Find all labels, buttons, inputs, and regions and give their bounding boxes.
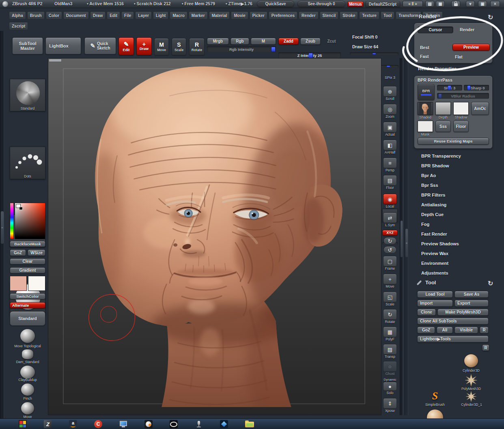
preview-render-button[interactable]: Preview: [452, 44, 490, 51]
rail-ghost-button[interactable]: ○ Ghost: [382, 361, 398, 376]
menus-button[interactable]: Menus: [347, 1, 364, 7]
menu-preferences[interactable]: Preferences: [269, 11, 297, 20]
zadd-button[interactable]: Zadd: [278, 38, 299, 45]
goz-tool-button[interactable]: GoZ: [417, 327, 435, 334]
menu-picker[interactable]: Picker: [250, 11, 267, 20]
canvas-scrollbar[interactable]: [400, 58, 403, 415]
layout-b-button[interactable]: ▦: [436, 1, 445, 7]
menu-draw[interactable]: Draw: [90, 11, 106, 20]
brush-move-thumb[interactable]: [21, 402, 34, 414]
menu-color[interactable]: Color: [46, 11, 62, 20]
rgb-button[interactable]: Rgb: [230, 38, 249, 45]
section-bpr-transparency[interactable]: BPR Transparency: [421, 154, 461, 158]
menu-brush[interactable]: Brush: [27, 11, 45, 20]
rotate-mode-button[interactable]: R Rotate: [189, 38, 205, 55]
taskbar-folder-icon[interactable]: [245, 420, 254, 428]
close-button[interactable]: ×: [490, 1, 500, 7]
menu-macro[interactable]: Macro: [170, 11, 187, 20]
render-refresh-icon[interactable]: ↻: [488, 13, 493, 21]
goz-button[interactable]: GoZ: [10, 249, 26, 256]
layout-a-button[interactable]: ▤: [425, 1, 434, 7]
menu-tool[interactable]: Tool: [381, 11, 394, 20]
rail-lsym-button[interactable]: ⇄ L.Sym: [382, 212, 398, 227]
zsub-button[interactable]: Zsub: [300, 38, 321, 45]
menu-zscript[interactable]: Zscript: [9, 22, 28, 30]
backfacemask-button[interactable]: BackfaceMask: [10, 241, 45, 247]
rail-polyf-button[interactable]: ▦ PolyF: [382, 327, 398, 341]
scale-mode-button[interactable]: S Scale: [172, 38, 186, 55]
brush-claybuildup-thumb[interactable]: [20, 366, 35, 379]
menu-texture[interactable]: Texture: [359, 11, 379, 20]
depth-pass-thumb[interactable]: [435, 102, 451, 115]
menu-material[interactable]: Material: [209, 11, 230, 20]
taskbar-microphone-icon[interactable]: [195, 420, 203, 428]
bpr-pass-button[interactable]: BPR: [418, 84, 435, 100]
panel-divider[interactable]: «: [405, 58, 408, 415]
section-depth-cue[interactable]: Depth Cue: [421, 212, 444, 217]
document-resize-handle[interactable]: [49, 59, 62, 62]
shaded-pass-thumb[interactable]: [418, 102, 433, 115]
goz-all-button[interactable]: All: [437, 327, 453, 334]
brush-pinch-thumb[interactable]: [21, 384, 34, 396]
edit-mode-button[interactable]: ✎ Edit: [118, 37, 134, 55]
cylinder3d-1-thumb[interactable]: [464, 391, 478, 402]
rail-local-button[interactable]: ◉ Local: [382, 194, 398, 208]
floor-pass-button[interactable]: Floor: [453, 121, 469, 132]
mrgb-button[interactable]: Mrgb: [207, 38, 229, 45]
goz-r-button[interactable]: R: [480, 327, 489, 334]
taskbar-monitor-icon[interactable]: [119, 420, 127, 428]
alt-color-swatch[interactable]: [28, 276, 45, 291]
canvas-scrollbar-handle[interactable]: [401, 221, 403, 257]
bpr-renderpass-title[interactable]: BPR RenderPass: [418, 78, 452, 82]
section-fog[interactable]: Fog: [421, 222, 429, 227]
draw-mode-button[interactable]: + Draw: [136, 37, 152, 55]
lightbox-button[interactable]: LightBox: [45, 37, 81, 54]
rail-xpose-button[interactable]: ⇕ Xpose: [382, 398, 398, 413]
zcut-button[interactable]: Zcut: [322, 38, 341, 45]
cursor-mode-button[interactable]: Cursor: [418, 26, 453, 33]
quick-sketch-button[interactable]: ✎ QuickSketch: [84, 37, 116, 54]
clone-button[interactable]: Clone: [417, 309, 436, 316]
taskbar-eightball-icon[interactable]: [144, 420, 153, 428]
clone-all-subtools-button[interactable]: Clone All SubTools: [417, 318, 489, 325]
timeline-scrub-control[interactable]: « ‖ »: [403, 1, 423, 7]
color-picker[interactable]: [15, 203, 45, 239]
load-tool-button[interactable]: Load Tool: [417, 291, 453, 298]
fast-render-label[interactable]: Fast: [420, 54, 429, 59]
menu-light[interactable]: Light: [153, 11, 168, 20]
render-mode-label[interactable]: Render: [460, 27, 474, 32]
xyz-axis-button[interactable]: XYZ: [382, 230, 398, 236]
section-adjustments[interactable]: Adjustments: [421, 271, 448, 275]
rail-frame-button[interactable]: ▢ Frame: [382, 256, 398, 271]
current-brush-thumbnail[interactable]: Standard: [10, 79, 45, 111]
taskbar-amazon-icon[interactable]: a: [69, 420, 77, 428]
menu-render[interactable]: Render: [299, 11, 318, 20]
menu-movie[interactable]: Movie: [231, 11, 248, 20]
left-edge-scrollbar[interactable]: «: [0, 31, 4, 418]
brush-dam-standard-thumb[interactable]: [22, 349, 33, 359]
rail-scale-button[interactable]: ◱ Scale: [382, 292, 398, 306]
ssharp-slider[interactable]: SSharp 0: [464, 85, 489, 91]
save-as-button[interactable]: Save As: [454, 291, 489, 298]
mask-pass-thumb[interactable]: [418, 121, 433, 132]
export-button[interactable]: Export: [454, 300, 489, 307]
z-intensity-slider[interactable]: Z Intensity 25: [278, 52, 341, 58]
rail-rotate-button[interactable]: ↻ Rotate: [382, 309, 398, 324]
subtool-master-button[interactable]: SubToolMaster: [12, 37, 43, 54]
panel-divider-handle[interactable]: «: [405, 229, 408, 257]
vblur-handle[interactable]: [438, 93, 442, 98]
vblur-slider[interactable]: VBlur Radius: [437, 93, 489, 99]
section-bpr-filters[interactable]: BPR Filters: [421, 193, 445, 197]
see-through-slider[interactable]: See-through 0: [297, 1, 345, 7]
focal-shift-handle[interactable]: [372, 53, 376, 55]
left-scrollbar-handle[interactable]: «: [1, 211, 4, 244]
spin-cw-button[interactable]: ↻: [383, 237, 396, 245]
taskbar-ccleaner-icon[interactable]: C: [94, 420, 102, 428]
rail-actual-button[interactable]: ▣ Actual: [382, 122, 398, 136]
menu-marker[interactable]: Marker: [189, 11, 208, 20]
section-preview-shadows[interactable]: Preview Shadows: [421, 241, 459, 246]
rail-scroll-button[interactable]: ⊕ Scroll: [382, 86, 398, 101]
rail-persp-button[interactable]: ≡ Persp: [382, 158, 398, 172]
draw-size-handle[interactable]: [386, 65, 390, 67]
taskbar-blue-gem-icon[interactable]: [220, 420, 228, 428]
